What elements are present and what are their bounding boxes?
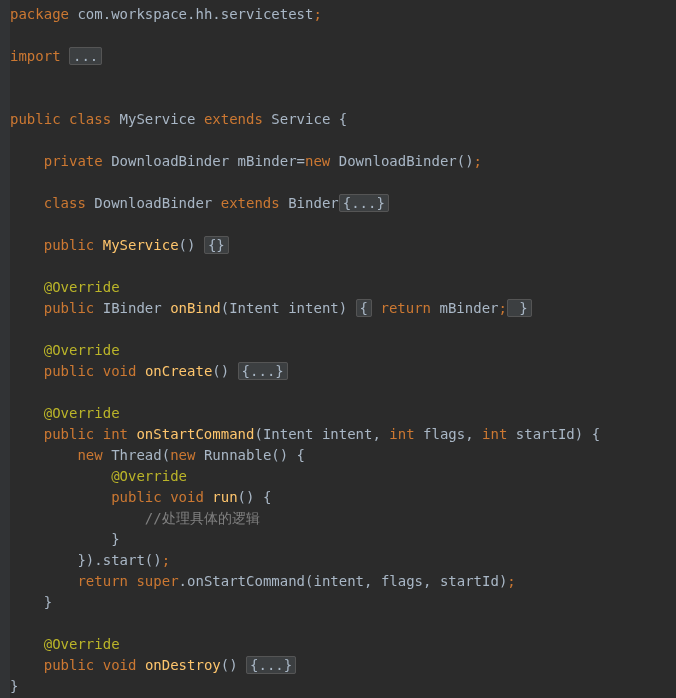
keyword: void [162, 489, 204, 505]
keyword: return [10, 573, 128, 589]
code-line: @Override [10, 466, 676, 487]
annotation: @Override [10, 468, 187, 484]
code-line [10, 67, 676, 88]
code-line [10, 256, 676, 277]
code-line: @Override [10, 403, 676, 424]
code-line [10, 214, 676, 235]
code-line: return super.onStartCommand(intent, flag… [10, 571, 676, 592]
fold-region[interactable]: {...} [246, 656, 296, 674]
editor-gutter [0, 0, 10, 698]
code-line: public void onDestroy() {...} [10, 655, 676, 676]
keyword: public [10, 489, 162, 505]
keyword: void [94, 657, 136, 673]
annotation: @Override [10, 636, 120, 652]
code-line [10, 88, 676, 109]
code-line: public int onStartCommand(Intent intent,… [10, 424, 676, 445]
code-line: } [10, 529, 676, 550]
keyword: new [170, 447, 195, 463]
keyword: super [128, 573, 179, 589]
code-line: public class MyService extends Service { [10, 109, 676, 130]
keyword: class [10, 195, 86, 211]
keyword: public [10, 657, 94, 673]
keyword: package [10, 6, 69, 22]
code-line [10, 613, 676, 634]
comment: //处理具体的逻辑 [10, 510, 260, 526]
code-line: @Override [10, 340, 676, 361]
code-line: public void run() { [10, 487, 676, 508]
fold-region[interactable]: {} [204, 236, 229, 254]
keyword: void [94, 363, 136, 379]
keyword: public [10, 300, 94, 316]
code-line [10, 172, 676, 193]
keyword: extends [195, 111, 262, 127]
code-line: package com.workspace.hh.servicetest; [10, 4, 676, 25]
code-line: } [10, 676, 676, 697]
annotation: @Override [10, 279, 120, 295]
code-line: //处理具体的逻辑 [10, 508, 676, 529]
code-line: public MyService() {} [10, 235, 676, 256]
code-line: new Thread(new Runnable() { [10, 445, 676, 466]
keyword: private [10, 153, 103, 169]
code-editor[interactable]: package com.workspace.hh.servicetest; im… [6, 0, 676, 697]
keyword: return [372, 300, 431, 316]
annotation: @Override [10, 405, 120, 421]
method-name: onCreate [136, 363, 212, 379]
keyword: int [94, 426, 128, 442]
code-line: public IBinder onBind(Intent intent) { r… [10, 298, 676, 319]
fold-region[interactable]: } [507, 299, 532, 317]
code-line [10, 25, 676, 46]
fold-region[interactable]: {...} [339, 194, 389, 212]
keyword: public [10, 363, 94, 379]
annotation: @Override [10, 342, 120, 358]
method-name: onStartCommand [128, 426, 254, 442]
code-line: @Override [10, 634, 676, 655]
keyword: public [10, 426, 94, 442]
method-name: onDestroy [136, 657, 220, 673]
method-name: MyService [94, 237, 178, 253]
code-line: class DownloadBinder extends Binder{...} [10, 193, 676, 214]
fold-region[interactable]: ... [69, 47, 102, 65]
code-line: @Override [10, 277, 676, 298]
code-line: }).start(); [10, 550, 676, 571]
code-line: public void onCreate() {...} [10, 361, 676, 382]
keyword: int [482, 426, 507, 442]
keyword: class [61, 111, 112, 127]
keyword: extends [212, 195, 279, 211]
code-line [10, 382, 676, 403]
keyword: new [10, 447, 103, 463]
code-line [10, 319, 676, 340]
keyword: new [305, 153, 330, 169]
method-name: onBind [162, 300, 221, 316]
fold-region[interactable]: {...} [238, 362, 288, 380]
code-line [10, 130, 676, 151]
code-line: import ... [10, 46, 676, 67]
keyword: public [10, 237, 94, 253]
keyword: import [10, 48, 61, 64]
code-line: private DownloadBinder mBinder=new Downl… [10, 151, 676, 172]
code-line: } [10, 592, 676, 613]
keyword: public [10, 111, 61, 127]
fold-region[interactable]: { [356, 299, 372, 317]
method-name: run [204, 489, 238, 505]
keyword: int [389, 426, 414, 442]
